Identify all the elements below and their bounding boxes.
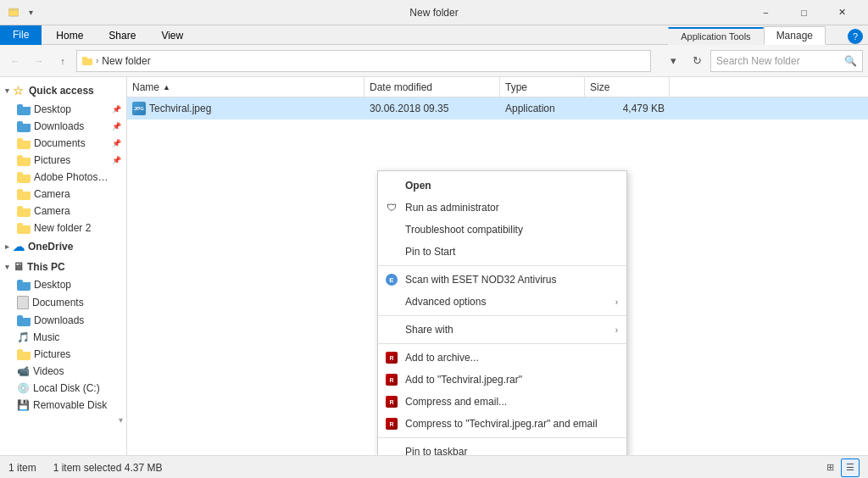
file-cell-type: Application: [500, 103, 585, 114]
ctx-compress-email[interactable]: R Compress and email...: [378, 391, 626, 413]
status-bar: 1 item 1 item selected 4.37 MB ⊞ ☰: [0, 455, 868, 478]
sidebar-item-camera1[interactable]: Camera: [0, 186, 126, 203]
ctx-share-icon: [385, 323, 398, 336]
adobe-folder-icon: [17, 172, 31, 183]
tab-file[interactable]: File: [0, 25, 42, 45]
ctx-share-with[interactable]: Share with ›: [378, 319, 626, 341]
onedrive-icon: ☁: [13, 240, 25, 253]
tab-manage[interactable]: Manage: [764, 26, 826, 45]
address-path[interactable]: › New folder: [76, 50, 651, 72]
desktop-folder-icon: [17, 104, 31, 115]
thispc-pictures-icon: [17, 349, 31, 360]
onedrive-header[interactable]: ▸ ☁ OneDrive: [0, 236, 126, 257]
ctx-open[interactable]: Open: [378, 175, 626, 197]
sidebar-item-label: Camera: [34, 188, 70, 200]
sidebar-scrolldown[interactable]: ▾: [119, 415, 123, 425]
dropdown-button[interactable]: ▾: [663, 51, 683, 71]
thispc-item-videos[interactable]: 📹 Videos: [0, 363, 126, 380]
path-text: New folder: [102, 55, 150, 67]
thispc-icon: 🖥: [13, 260, 24, 273]
maximize-button[interactable]: □: [785, 0, 823, 25]
toolbar-icons: ▾: [7, 6, 37, 19]
refresh-button[interactable]: ↻: [687, 51, 707, 71]
tab-view[interactable]: View: [148, 26, 196, 45]
col-date[interactable]: Date modified: [364, 77, 500, 97]
file-list-header: Name ▲ Date modified Type Size: [127, 77, 868, 97]
file-name: Techviral.jpeg: [149, 103, 211, 114]
close-button[interactable]: ✕: [823, 0, 861, 25]
sidebar-item-desktop[interactable]: Desktop 📌: [0, 101, 126, 118]
ctx-advanced-icon: [385, 295, 398, 308]
thispc-item-downloads[interactable]: Downloads: [0, 312, 126, 329]
thispc-header[interactable]: ▾ 🖥 This PC: [0, 257, 126, 276]
sidebar-item-newfolder2[interactable]: New folder 2: [0, 220, 126, 236]
ctx-share-arrow: ›: [615, 325, 618, 335]
sidebar-item-downloads[interactable]: Downloads 📌: [0, 118, 126, 135]
file-list: Name ▲ Date modified Type Size JPG Techv…: [127, 77, 868, 455]
grid-view-button[interactable]: ⊞: [821, 459, 839, 477]
tab-home[interactable]: Home: [43, 26, 96, 45]
ctx-advanced-options[interactable]: Advanced options ›: [378, 291, 626, 313]
window-title: New folder: [409, 7, 458, 19]
col-name[interactable]: Name ▲: [127, 77, 364, 97]
search-icon: 🔍: [844, 55, 857, 67]
forward-button[interactable]: →: [29, 51, 49, 71]
ctx-pin-start[interactable]: Pin to Start: [378, 241, 626, 263]
sidebar-item-label: Removable Disk: [33, 399, 107, 411]
sidebar: ▾ ☆ Quick access Desktop 📌 Downloads 📌 D…: [0, 77, 127, 455]
thispc-item-music[interactable]: 🎵 Music: [0, 329, 126, 346]
sidebar-item-pictures[interactable]: Pictures 📌: [0, 152, 126, 169]
tab-app-tools[interactable]: Application Tools: [668, 27, 763, 45]
ctx-troubleshoot[interactable]: Troubleshoot compatibility: [378, 219, 626, 241]
svg-rect-3: [82, 57, 87, 59]
thispc-item-localdisk[interactable]: 💿 Local Disk (C:): [0, 380, 126, 397]
thispc-item-documents[interactable]: Documents: [0, 293, 126, 312]
thispc-chevron: ▾: [5, 263, 9, 271]
sidebar-item-documents[interactable]: Documents 📌: [0, 135, 126, 152]
ctx-run-as-admin[interactable]: 🛡 Run as administrator: [378, 197, 626, 219]
sidebar-item-label: Local Disk (C:): [33, 382, 100, 394]
ctx-open-icon: [385, 179, 398, 192]
col-type[interactable]: Type: [500, 77, 585, 97]
col-size[interactable]: Size: [585, 77, 670, 97]
thispc-item-removable[interactable]: 💾 Removable Disk: [0, 397, 126, 414]
quick-access-header[interactable]: ▾ ☆ Quick access: [0, 81, 126, 101]
ctx-sep3: [378, 343, 626, 344]
sidebar-item-label: Documents: [32, 297, 84, 308]
thispc-item-pictures[interactable]: Pictures: [0, 346, 126, 363]
sidebar-item-adobe[interactable]: Adobe Photosho...: [0, 169, 126, 186]
sidebar-item-label: Desktop: [34, 279, 71, 291]
back-button[interactable]: ←: [5, 51, 25, 71]
camera2-folder-icon: [17, 206, 31, 217]
ctx-eset-scan[interactable]: E Scan with ESET NOD32 Antivirus: [378, 269, 626, 291]
sidebar-item-camera2[interactable]: Camera: [0, 203, 126, 220]
ctx-add-rar[interactable]: R Add to "Techviral.jpeg.rar": [378, 369, 626, 391]
disk-icon: 💿: [17, 382, 30, 394]
ctx-add-archive[interactable]: R Add to archive...: [378, 347, 626, 369]
pictures-folder-icon: [17, 155, 31, 166]
help-button[interactable]: ?: [848, 29, 863, 44]
toolbar-arrow-down[interactable]: ▾: [24, 6, 37, 19]
minimize-button[interactable]: −: [747, 0, 785, 25]
rar-icon2: R: [385, 373, 398, 386]
pin-icon: 📌: [112, 105, 121, 114]
tab-share[interactable]: Share: [96, 26, 148, 45]
list-view-button[interactable]: ☰: [841, 459, 860, 477]
search-box[interactable]: Search New folder 🔍: [710, 50, 863, 72]
newfolder2-icon: [17, 223, 31, 234]
table-row[interactable]: JPG Techviral.jpeg 30.06.2018 09.35 Appl…: [127, 97, 868, 119]
ctx-taskbar-icon: [385, 445, 398, 455]
thispc-item-desktop[interactable]: Desktop: [0, 276, 126, 293]
ribbon-tabs: File Home Share View Application Tools M…: [0, 25, 868, 44]
up-button[interactable]: ↑: [53, 51, 73, 71]
selected-info: 1 item selected 4.37 MB: [53, 462, 163, 474]
context-menu: Open 🛡 Run as administrator Troubleshoot…: [377, 170, 627, 455]
sidebar-item-label: Downloads: [34, 314, 84, 326]
removable-icon: 💾: [17, 399, 30, 411]
search-placeholder: Search New folder: [716, 55, 800, 67]
ctx-pin-taskbar[interactable]: Pin to taskbar: [378, 441, 626, 455]
ribbon: File Home Share View Application Tools M…: [0, 25, 868, 45]
documents-folder-icon: [17, 138, 31, 149]
ctx-compress-rar-email[interactable]: R Compress to "Techviral.jpeg.rar" and e…: [378, 413, 626, 435]
shield-icon: 🛡: [385, 201, 398, 214]
